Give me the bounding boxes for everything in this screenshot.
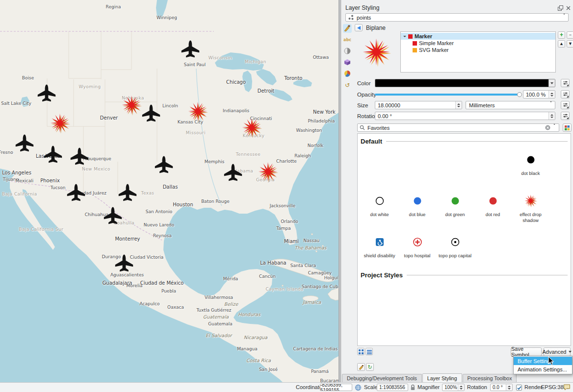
apply-style-button[interactable]: ↻: [366, 363, 374, 371]
bottom-tab-bar: Debugging/Development ToolsLayer Styling…: [342, 373, 517, 382]
style-section-title: Default: [361, 138, 382, 145]
style-item-dot-green[interactable]: dot green: [436, 187, 474, 228]
map-label-new-york: New York: [313, 109, 336, 115]
mask-icon[interactable]: [343, 47, 352, 55]
style-item-shield-disability[interactable]: shield disability: [361, 228, 398, 270]
style-item-icon: [449, 190, 462, 212]
map-label-nassau: Nassau: [304, 238, 320, 243]
advanced-context-menu: Buffer SettingsAnimation Settings...: [513, 356, 573, 374]
style-item-topo-hospital[interactable]: topo hospital: [398, 228, 436, 270]
render-checkbox[interactable]: [516, 385, 522, 391]
opacity-spinbox[interactable]: 100.0 %: [523, 90, 555, 98]
style-item-label: dot green: [445, 212, 465, 218]
close-panel-icon[interactable]: [565, 5, 572, 11]
style-item-icon: [487, 190, 499, 212]
map-label-puebla: Puebla: [161, 289, 176, 294]
live-update-button[interactable]: [357, 363, 365, 371]
map-label-camag-ey: Camagüey: [308, 270, 332, 275]
history-icon[interactable]: ↺: [343, 80, 352, 89]
extents-globe-icon[interactable]: [355, 384, 362, 391]
float-panel-icon[interactable]: [557, 5, 564, 11]
coordinate-label: Coordinate: [296, 384, 322, 390]
tab-layer-styling[interactable]: Layer Styling: [422, 373, 462, 382]
save-symbol-button[interactable]: Save Symbol...: [511, 347, 542, 356]
map-label-salt-lake-city: Salt Lake City: [1, 101, 31, 106]
remove-symbol-layer-button[interactable]: −: [567, 31, 573, 39]
menu-item-buffer-settings[interactable]: Buffer Settings: [514, 357, 572, 365]
menu-item-animation-settings[interactable]: Animation Settings...: [514, 365, 572, 373]
color-button[interactable]: [375, 79, 555, 87]
scale-value: 1:19083556: [379, 385, 405, 390]
data-defined-rotation-button[interactable]: [561, 112, 570, 120]
map-label-morelia: Morelia: [127, 283, 143, 288]
style-item-dot-white[interactable]: dot white: [361, 187, 398, 228]
advanced-button[interactable]: Advanced: [544, 347, 571, 356]
style-item-topo-pop-capital[interactable]: topo pop capital: [436, 228, 474, 270]
style-item-label: dot white: [370, 212, 389, 218]
scale-combobox[interactable]: 1:19083556: [377, 384, 408, 391]
rotation-spinbox[interactable]: 0.00 °: [375, 112, 555, 120]
layer-swatch: [408, 34, 413, 39]
symbology-icon[interactable]: [343, 24, 352, 33]
opacity-slider-handle[interactable]: [517, 92, 522, 97]
tree-item-marker[interactable]: Marker: [401, 33, 555, 40]
tab-debugging-development-tools[interactable]: Debugging/Development Tools: [342, 374, 422, 382]
map-canvas[interactable]: ReginaWinnipegSaint PaulWisconsinMichiga…: [0, 0, 339, 382]
tree-item-svg-marker[interactable]: SVG Marker: [401, 47, 555, 53]
map-label-boise: Boise: [22, 75, 34, 80]
map-label-phoenix: Phoenix: [40, 178, 60, 183]
diagrams-icon[interactable]: [343, 69, 352, 78]
tree-item-simple-marker[interactable]: Simple Marker: [401, 40, 555, 47]
symbol-name: Biplane: [366, 24, 386, 31]
size-spinbox[interactable]: 18.00000: [375, 101, 462, 109]
map-label-winnipeg: Winnipeg: [156, 15, 177, 20]
points-layer-icon: [348, 14, 354, 21]
back-button[interactable]: [355, 24, 363, 31]
scale-label: Scale: [364, 384, 378, 390]
add-symbol-layer-button[interactable]: +: [558, 31, 565, 39]
style-manager-button[interactable]: [563, 123, 572, 132]
list-view-button[interactable]: [365, 348, 373, 355]
move-layer-down-button[interactable]: ▼: [567, 40, 573, 48]
data-defined-color-button[interactable]: [561, 79, 570, 87]
magnifier-spinbox[interactable]: 100%: [442, 384, 465, 391]
scale-lock-icon[interactable]: [410, 384, 416, 391]
map-label-oaxaca: Oaxaca: [167, 305, 184, 310]
map-label-tampa: Tampa: [276, 226, 291, 231]
browser-view-toggles: [357, 348, 373, 355]
style-item-icon: [449, 231, 462, 253]
expander-icon[interactable]: [403, 36, 406, 37]
style-item-effect-drop-shadow[interactable]: effect drop shadow: [512, 187, 549, 228]
color-dropdown-icon[interactable]: [548, 79, 555, 87]
map-label-costa-rica: Costa Rica: [246, 358, 271, 363]
style-item-dot-red[interactable]: dot red: [474, 187, 512, 228]
clear-search-icon[interactable]: [545, 125, 550, 130]
layer-selector-value: points: [357, 15, 371, 21]
data-defined-opacity-button[interactable]: [561, 90, 570, 98]
move-layer-up-button[interactable]: ▲: [558, 40, 565, 48]
3d-view-icon[interactable]: [343, 58, 352, 67]
icon-view-button[interactable]: [357, 348, 365, 355]
size-unit-combobox[interactable]: Millimeters: [466, 101, 555, 109]
opacity-slider[interactable]: [375, 94, 520, 96]
messages-icon[interactable]: [563, 384, 571, 391]
filter-dropdown-icon[interactable]: [553, 125, 557, 131]
tab-processing-toolbox[interactable]: Processing Toolbox: [463, 374, 517, 382]
data-defined-size-button[interactable]: [561, 101, 570, 109]
map-label-ottawa: Ottawa: [313, 55, 329, 60]
style-item-dot-blue[interactable]: dot blue: [398, 187, 436, 228]
style-item-dot-black[interactable]: dot black: [512, 146, 549, 187]
color-swatch: [375, 79, 548, 87]
map-label-texas: Texas: [141, 191, 155, 196]
rotation-status-spinbox[interactable]: 0.0 °: [490, 384, 513, 391]
styling-icon-strip: abc↺: [342, 24, 352, 89]
labels-icon[interactable]: abc: [343, 35, 352, 44]
layer-selector[interactable]: points: [345, 13, 569, 22]
coordinate-field[interactable]: -8206399, 5199155: [320, 384, 352, 391]
style-search-input[interactable]: Favorites: [357, 123, 559, 132]
map-label-memphis: Memphis: [205, 159, 225, 164]
opacity-slider-fill: [375, 94, 520, 96]
map-label-jamaica: Jamaica: [303, 299, 321, 305]
map-label-houston: Houston: [173, 202, 193, 207]
preview-star: [363, 39, 390, 66]
